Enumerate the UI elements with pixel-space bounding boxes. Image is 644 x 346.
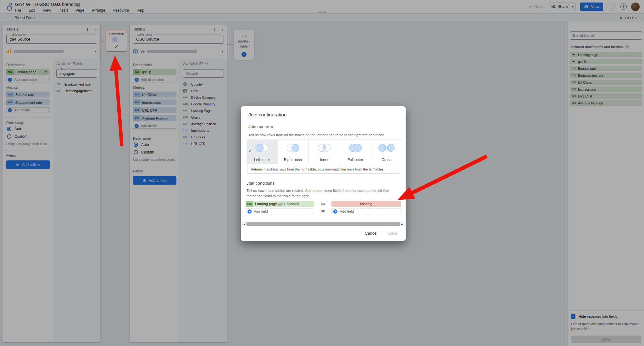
dialog-title: Join configuration — [248, 112, 287, 118]
join-option-right-outer[interactable]: Right outer — [278, 140, 309, 164]
scroll-right-icon[interactable]: ▶ — [400, 223, 404, 226]
join-configuration-dialog: Join configuration Join operator Tell us… — [241, 106, 406, 241]
inner-venn-icon — [315, 142, 333, 154]
horizontal-scrollbar[interactable]: ◀ ▶ — [242, 222, 404, 226]
cross-venn-icon — [377, 142, 396, 154]
join-option-inner[interactable]: Inner — [309, 140, 340, 164]
join-option-full-outer[interactable]: Full outer — [340, 140, 371, 164]
join-operator-options: ✓ Left outer Right outer Inner — [247, 139, 402, 164]
field-source-label: (ga4 Source) — [278, 202, 299, 206]
scrollbar-thumb[interactable] — [247, 222, 400, 226]
dialog-cancel-button[interactable]: Cancel — [365, 231, 377, 236]
join-conditions-heading: Join conditions — [247, 181, 275, 186]
check-icon: ✓ — [249, 148, 252, 153]
add-field-left-button[interactable]: + Add field — [246, 209, 314, 214]
join-option-cross[interactable]: Cross — [371, 140, 402, 164]
full-outer-venn-icon — [347, 142, 364, 154]
add-field-right-button[interactable]: + Add field — [331, 209, 401, 214]
missing-join-field-chip[interactable]: Missing — [331, 201, 401, 207]
selected-operator-description: Returns matching rows from the right tab… — [247, 165, 400, 174]
join-conditions-description: Tell us how these tables are related. Ad… — [247, 188, 397, 198]
plus-icon: + — [333, 209, 337, 214]
right-outer-venn-icon — [284, 142, 302, 154]
dialog-save-button[interactable]: Save — [388, 231, 397, 236]
join-conditions-grid: ABC Landing page (ga4 Source) Missing + … — [246, 201, 401, 216]
join-option-left-outer[interactable]: ✓ Left outer — [247, 140, 278, 164]
plus-icon: + — [247, 209, 252, 214]
left-join-field-chip[interactable]: ABC Landing page (ga4 Source) — [246, 201, 314, 207]
join-operator-heading: Join operator — [248, 124, 273, 129]
scroll-left-icon[interactable]: ◀ — [243, 223, 246, 226]
abc-badge-icon: ABC — [246, 201, 253, 207]
join-operator-description: Tell us how rows from all the tables on … — [248, 132, 385, 138]
link-icon — [314, 201, 332, 206]
link-icon — [314, 209, 332, 214]
left-outer-venn-icon — [253, 142, 271, 154]
